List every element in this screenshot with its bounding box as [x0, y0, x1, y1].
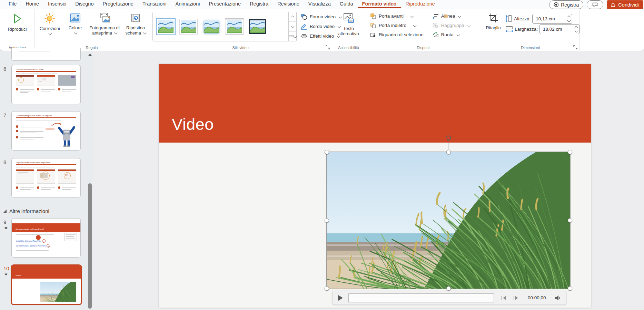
slide-title[interactable]: Video — [172, 115, 214, 134]
play-button[interactable]: Riproduci — [0, 9, 34, 42]
reset-design-icon — [130, 13, 141, 23]
tab-formato-video[interactable]: Formato video — [358, 0, 401, 8]
section-header-altre-informazioni[interactable]: Altre informazioni — [3, 208, 49, 214]
tab-transizioni[interactable]: Transizioni — [138, 0, 171, 8]
thumbnail-slide-9[interactable]: Altre domande su PowerPoint? Visita il b… — [11, 218, 81, 258]
ribbon-group-anteprima: Riproduci Anteprima — [0, 9, 35, 51]
video-style-option-5[interactable] — [248, 19, 267, 35]
width-input[interactable]: 18,02 cm — [539, 24, 579, 34]
color-button[interactable]: Colore — [65, 9, 86, 42]
tab-progettazione[interactable]: Progettazione — [98, 0, 138, 8]
ribbon-tabs: File Home Inserisci Disegno Progettazion… — [0, 0, 439, 8]
rotate-label: Ruota — [441, 32, 454, 37]
video-progress-bar[interactable] — [348, 293, 494, 302]
comments-button[interactable] — [587, 0, 603, 9]
bring-forward-button[interactable]: Porta avanti — [370, 11, 424, 21]
titlebar-actions: Registra Condividi — [549, 0, 643, 9]
tab-home[interactable]: Home — [21, 0, 43, 8]
record-button[interactable]: Registra — [549, 0, 583, 9]
tab-disegno[interactable]: Disegno — [71, 0, 98, 8]
scroll-up-icon[interactable] — [88, 54, 92, 56]
ribbon-group-accessibilita: Testo alternativo Accessibilità — [332, 9, 365, 51]
color-label: Colore — [69, 25, 82, 36]
thumbnail-number: 7 — [3, 112, 6, 118]
send-backward-button[interactable]: Porta indietro — [370, 21, 424, 30]
tab-revisione[interactable]: Revisione — [273, 0, 304, 8]
alt-text-label: Testo alternativo — [335, 26, 363, 36]
resize-handle-sw[interactable] — [325, 286, 329, 291]
styles-dialog-launcher-icon[interactable] — [326, 45, 330, 49]
video-style-option-1[interactable] — [157, 19, 175, 35]
play-video-button[interactable] — [338, 295, 343, 301]
resize-handle-nw[interactable] — [325, 150, 329, 154]
tab-registra[interactable]: Registra — [245, 0, 273, 8]
selection-pane-button[interactable]: Riquadro di selezione — [370, 30, 424, 39]
bring-forward-label: Porta avanti — [379, 13, 404, 19]
arrange-left-column: Porta avanti Porta indietro Riquadro di … — [370, 11, 424, 39]
video-style-option-2[interactable] — [179, 19, 198, 35]
share-button[interactable]: Condividi — [607, 0, 643, 9]
corrections-button[interactable]: Correzioni — [35, 9, 65, 42]
thumbnail-slide-5-partial[interactable] — [11, 48, 81, 61]
crop-button[interactable]: Ritaglia — [481, 9, 505, 42]
alt-text-button[interactable]: Testo alternativo — [332, 9, 365, 42]
tab-riproduzione[interactable]: Riproduzione — [401, 0, 439, 8]
link-arrow-icon — [42, 239, 46, 243]
resize-handle-ne[interactable] — [568, 150, 572, 154]
thumbnail-number: 10 — [3, 265, 9, 271]
tab-inserisci[interactable]: Inserisci — [43, 0, 71, 8]
thumbnail-slide-10-selected[interactable]: Video — [11, 264, 82, 305]
resize-handle-s[interactable] — [446, 286, 451, 291]
resize-handle-e[interactable] — [568, 218, 572, 223]
slide-title-banner[interactable]: Video — [159, 64, 591, 143]
previous-frame-button[interactable] — [502, 296, 506, 300]
gallery-more-button[interactable] — [289, 32, 296, 41]
volume-icon[interactable] — [555, 295, 561, 301]
video-style-option-3[interactable] — [202, 19, 221, 35]
tab-visualizza[interactable]: Visualizza — [304, 0, 335, 8]
height-input[interactable]: 10,13 cm — [532, 14, 572, 24]
powerpoint-window: File Home Inserisci Disegno Progettazion… — [0, 0, 644, 310]
align-label: Allinea — [441, 13, 455, 19]
sidebar-scrollbar[interactable] — [87, 51, 93, 310]
poster-frame-button[interactable]: Fotogramma di anteprima — [86, 9, 123, 42]
size-dialog-launcher-icon[interactable] — [573, 45, 578, 49]
tab-file[interactable]: File — [4, 0, 21, 8]
slide-thumbnail-panel: 6 Collaborazione in tempo reale 7 Con Mo… — [0, 51, 93, 310]
rotate-handle[interactable] — [444, 134, 453, 143]
video-thumbnail-image — [40, 282, 76, 302]
next-frame-button[interactable] — [514, 296, 518, 300]
rotate-button[interactable]: Ruota — [433, 30, 470, 39]
video-style-option-4[interactable] — [225, 18, 244, 35]
bring-forward-icon — [370, 13, 376, 19]
thumbnail-slide-6[interactable]: Collaborazione in tempo reale — [11, 65, 81, 104]
scrollbar-thumb[interactable] — [88, 183, 92, 309]
gallery-scroll-up[interactable] — [289, 12, 296, 22]
tab-presentazione[interactable]: Presentazione — [204, 0, 245, 8]
resize-handle-n[interactable] — [446, 150, 451, 154]
align-button[interactable]: Allinea — [433, 11, 470, 21]
video-object[interactable] — [327, 152, 570, 289]
record-label: Registra — [561, 2, 579, 8]
video-styles-gallery — [149, 9, 297, 51]
gallery-scroll-down[interactable] — [289, 22, 296, 31]
video-shape-icon — [301, 13, 307, 20]
thumbnail-number: 6 — [3, 66, 6, 72]
thumbnail-slide-8[interactable]: Esplora senza uscire dalle diapositive O… — [11, 158, 81, 197]
thumb-slide-title: Video — [16, 274, 21, 277]
tab-animazioni[interactable]: Animazioni — [171, 0, 205, 8]
height-spinner[interactable] — [568, 16, 570, 22]
resize-handle-se[interactable] — [568, 286, 572, 291]
video-border-icon — [301, 23, 307, 30]
send-backward-label: Porta indietro — [379, 23, 406, 28]
section-collapse-icon — [3, 210, 7, 213]
record-icon — [554, 2, 559, 7]
thumbnail-slide-7[interactable]: Con Morphing diventi subito un esperto — [11, 111, 81, 151]
chevron-down-icon — [143, 31, 146, 35]
height-value: 10,13 cm — [536, 16, 568, 21]
width-spinner[interactable] — [575, 26, 577, 32]
reset-design-button[interactable]: Ripristina schema — [123, 9, 148, 42]
chevron-down-icon — [49, 32, 52, 35]
tab-guida[interactable]: Guida — [335, 0, 358, 8]
resize-handle-w[interactable] — [325, 218, 329, 223]
